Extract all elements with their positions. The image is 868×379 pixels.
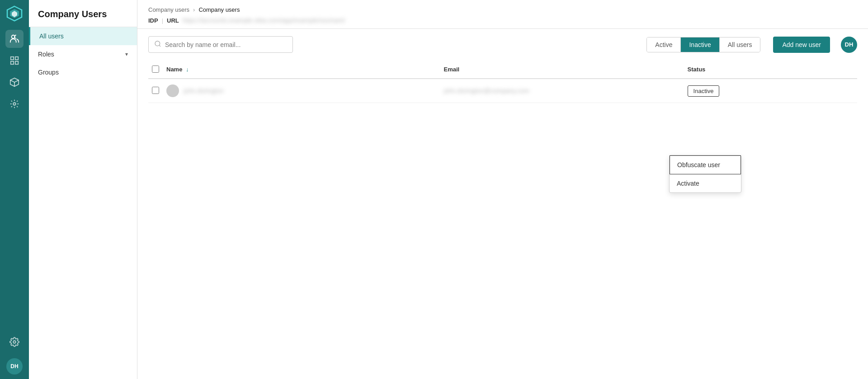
sidebar-nav-module2[interactable]: [5, 73, 24, 91]
row-select-cell: [148, 79, 163, 103]
breadcrumb-separator: ›: [193, 6, 195, 13]
row-status-cell: Inactive: [684, 79, 857, 103]
breadcrumb: Company users › Company users: [148, 6, 857, 13]
nav-panel: Company Users All users Roles ▾ Groups: [29, 0, 137, 379]
nav-item-roles[interactable]: Roles ▾: [29, 45, 137, 63]
row-name[interactable]: john.dorington: [184, 87, 224, 94]
table-container: Name ↓ Email Status: [137, 60, 868, 379]
nav-item-groups[interactable]: Groups: [29, 63, 137, 81]
url-label: URL: [167, 17, 179, 24]
main-content: Company users › Company users IDP | URL …: [137, 0, 868, 379]
search-input[interactable]: [165, 41, 287, 48]
header: Company users › Company users IDP | URL …: [137, 0, 868, 29]
icon-sidebar: DH: [0, 0, 29, 379]
col-header-select: [148, 60, 163, 79]
context-menu-obfuscate[interactable]: Obfuscate user: [670, 155, 741, 174]
table-row: john.dorington john.dorington@company.co…: [148, 79, 857, 103]
row-avatar: [166, 84, 179, 97]
svg-rect-6: [11, 61, 14, 64]
svg-point-12: [155, 41, 160, 46]
status-badge[interactable]: Inactive: [688, 85, 720, 97]
filter-buttons: Active Inactive All users: [646, 37, 760, 52]
svg-rect-4: [11, 57, 14, 60]
row-email: john.dorington@company.com: [444, 87, 529, 94]
col-header-email: Email: [440, 60, 684, 79]
context-menu: Obfuscate user Activate: [669, 155, 741, 193]
row-name-cell: john.dorington: [163, 79, 440, 103]
idp-divider: |: [162, 17, 163, 24]
sidebar-nav-users[interactable]: [5, 30, 24, 48]
nav-panel-title: Company Users: [29, 0, 137, 27]
nav-item-all-users[interactable]: All users: [29, 27, 137, 45]
col-header-name[interactable]: Name ↓: [163, 60, 440, 79]
row-email-cell: john.dorington@company.com: [440, 79, 684, 103]
filter-inactive-button[interactable]: Inactive: [681, 37, 719, 52]
users-table: Name ↓ Email Status: [148, 60, 857, 103]
breadcrumb-parent[interactable]: Company users: [148, 6, 189, 13]
toolbar: Active Inactive All users Add new user D…: [137, 29, 868, 60]
sort-icon: ↓: [186, 66, 189, 73]
idp-label: IDP: [148, 17, 158, 24]
svg-point-11: [13, 341, 16, 343]
svg-rect-5: [15, 57, 18, 60]
app-logo[interactable]: [5, 5, 24, 23]
filter-active-button[interactable]: Active: [647, 37, 681, 52]
sidebar-bottom: DH: [5, 333, 24, 374]
idp-url-row: IDP | URL https://accounts.example.okta.…: [148, 17, 857, 24]
select-all-checkbox[interactable]: [152, 66, 159, 73]
svg-rect-7: [15, 61, 18, 64]
user-avatar-sidebar[interactable]: DH: [6, 358, 23, 374]
url-value: https://accounts.example.okta.com/app/ex…: [183, 17, 345, 24]
svg-line-13: [159, 45, 160, 47]
sidebar-nav-module3[interactable]: [5, 95, 24, 113]
filter-all-users-button[interactable]: All users: [720, 37, 760, 52]
row-checkbox[interactable]: [152, 87, 159, 94]
search-box[interactable]: [148, 36, 293, 53]
chevron-down-icon: ▾: [125, 51, 128, 57]
add-new-user-button[interactable]: Add new user: [773, 37, 830, 53]
breadcrumb-current: Company users: [198, 6, 240, 13]
user-avatar-top[interactable]: DH: [841, 37, 857, 53]
col-header-status: Status: [684, 60, 857, 79]
sidebar-nav-module1[interactable]: [5, 51, 24, 70]
svg-point-10: [13, 103, 16, 105]
settings-icon[interactable]: [5, 333, 24, 351]
search-icon: [154, 40, 161, 49]
context-menu-activate[interactable]: Activate: [670, 174, 741, 192]
